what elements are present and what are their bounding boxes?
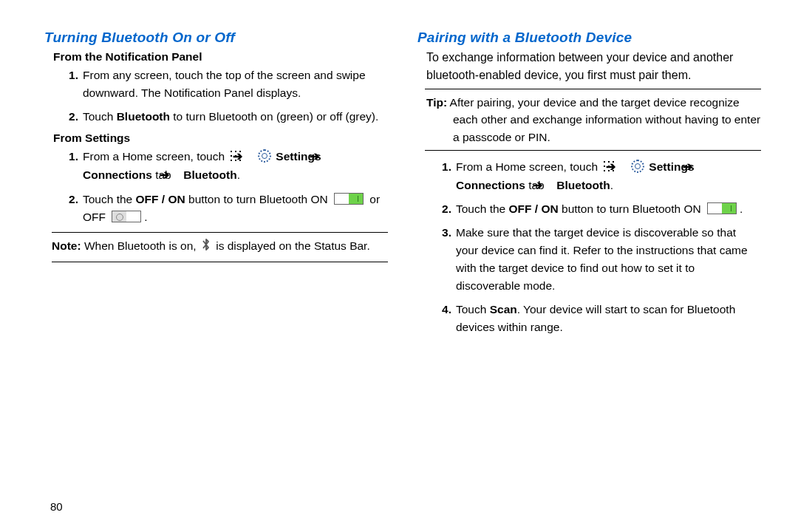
bold-text: Scan (490, 303, 517, 316)
bold-text: OFF / ON (136, 193, 185, 205)
subheading-from-settings: From Settings (53, 132, 388, 145)
page-number: 80 (50, 500, 63, 513)
bold-text: Tip: (426, 96, 447, 109)
step-text: Touch the OFF / ON button to turn Blueto… (456, 202, 743, 215)
divider (52, 262, 388, 262)
step-item: 2.Touch the OFF / ON button to turn Blue… (65, 191, 388, 226)
toggle-off-icon (112, 211, 141, 222)
step-number: 3. (438, 224, 451, 242)
toggle-on-icon (707, 202, 737, 214)
step-number: 4. (438, 301, 451, 318)
bold-text: Note: (52, 239, 81, 252)
step-number: 2. (65, 108, 78, 126)
divider (425, 89, 761, 89)
step-text: Touch Bluetooth to turn Bluetooth on (gr… (83, 110, 378, 123)
step-text: Make sure that the target device is disc… (456, 226, 748, 292)
settings-icon (258, 149, 271, 163)
bold-text: Connections (83, 168, 152, 181)
left-column: Turning Bluetooth On or Off From the Not… (44, 30, 388, 517)
step-number: 2. (438, 200, 451, 218)
section-heading-right: Pairing with a Bluetooth Device (417, 30, 761, 46)
step-item: 1.From a Home screen, touch ➔ Settings ➔… (438, 158, 761, 195)
bold-text: Bluetooth (556, 179, 610, 191)
step-text: From any screen, touch the top of the sc… (83, 69, 366, 99)
step-text: Touch Scan. Your device will start to sc… (456, 303, 735, 333)
step-item: 2.Touch the OFF / ON button to turn Blue… (438, 200, 761, 218)
step-text: From a Home screen, touch ➔ Settings ➔ C… (83, 150, 330, 181)
bold-text: Connections (456, 179, 525, 191)
step-item: 1.From a Home screen, touch ➔ Settings ➔… (65, 148, 388, 185)
tip-pairing: Tip: After pairing, your device and the … (426, 94, 761, 146)
manual-page: Turning Bluetooth On or Off From the Not… (0, 0, 798, 532)
step-item: 2.Touch Bluetooth to turn Bluetooth on (… (65, 108, 388, 126)
step-item: 1.From any screen, touch the top of the … (65, 66, 388, 102)
section-heading-left: Turning Bluetooth On or Off (44, 30, 388, 46)
bold-text: OFF / ON (509, 202, 559, 215)
bold-text: Bluetooth (183, 168, 236, 181)
bold-text: Bluetooth (117, 110, 170, 123)
step-item: 4.Touch Scan. Your device will start to … (438, 301, 761, 336)
divider (425, 150, 761, 151)
step-text: Touch the OFF / ON button to turn Blueto… (83, 193, 380, 223)
subheading-notif-panel: From the Notification Panel (53, 50, 388, 64)
toggle-on-icon (334, 193, 364, 205)
intro-text: To exchange information between your dev… (426, 49, 761, 84)
step-number: 2. (65, 191, 78, 208)
settings-icon (631, 160, 644, 173)
divider (52, 232, 388, 233)
step-number: 1. (65, 66, 78, 84)
bluetooth-icon (201, 237, 211, 257)
right-column: Pairing with a Bluetooth Device To excha… (417, 30, 761, 517)
step-number: 1. (438, 158, 451, 176)
steps-from-settings: 1.From a Home screen, touch ➔ Settings ➔… (65, 148, 388, 226)
steps-pairing: 1.From a Home screen, touch ➔ Settings ➔… (438, 158, 761, 337)
step-item: 3.Make sure that the target device is di… (438, 224, 761, 295)
steps-notif-panel: 1.From any screen, touch the top of the … (65, 66, 388, 126)
step-text: From a Home screen, touch ➔ Settings ➔ C… (456, 160, 703, 191)
step-number: 1. (65, 148, 78, 166)
note-bluetooth-status: Note: When Bluetooth is on, is displayed… (52, 237, 388, 257)
